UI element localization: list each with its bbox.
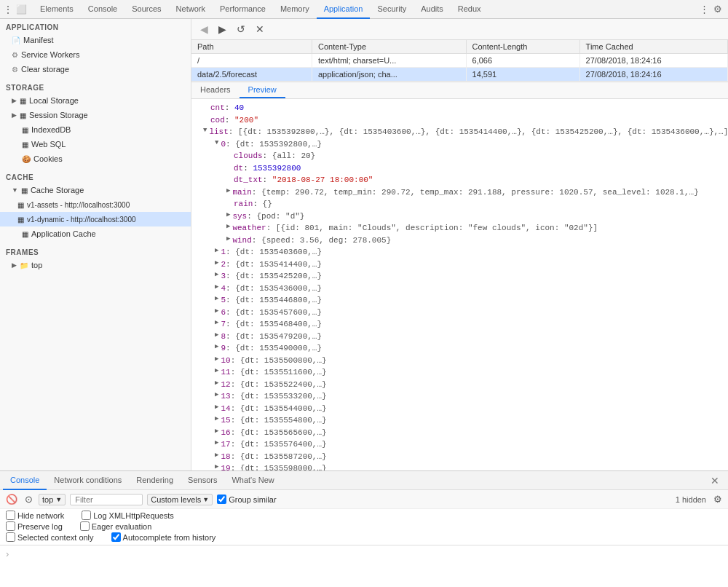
sidebar-item-clear-storage[interactable]: ⚙ Clear storage: [0, 62, 191, 76]
json-preview-line: clouds: {all: 20}: [197, 150, 722, 162]
hide-network-input[interactable]: [6, 511, 15, 520]
console-filter-input[interactable]: [70, 494, 143, 505]
json-preview-line: ▶15: {dt: 1535554800,…}: [197, 414, 722, 427]
tab-performance[interactable]: Performance: [213, 0, 273, 19]
selected-context-only-label: Selected context only: [17, 533, 94, 542]
preserve-log-label: Preserve log: [17, 522, 63, 531]
group-similar-label: Group similar: [229, 495, 276, 504]
devtools-menu-icon[interactable]: ⋮: [3, 4, 13, 15]
sidebar-item-web-sql[interactable]: ▦ Web SQL: [0, 137, 191, 151]
preserve-log-input[interactable]: [6, 521, 15, 531]
autocomplete-from-history-input[interactable]: [111, 532, 121, 542]
refresh-button[interactable]: ↺: [234, 22, 248, 36]
json-preview-line: ▼list: [{dt: 1535392800,…}, {dt: 1535403…: [197, 126, 722, 138]
devtools-undock-icon[interactable]: ⬜: [16, 4, 27, 15]
sidebar-item-cache-storage[interactable]: ▼ ▦ Cache Storage: [0, 183, 191, 197]
sidebar-item-frames-top[interactable]: ▶ 📁 top: [0, 258, 191, 272]
context-select[interactable]: top ▼: [39, 494, 66, 505]
application-cache-db-icon: ▦: [22, 230, 28, 238]
more-tabs-icon[interactable]: ⋮: [700, 4, 709, 15]
log-level-dropdown-icon: ▼: [202, 496, 209, 503]
col-content-type: Content-Type: [312, 40, 466, 54]
log-level-select[interactable]: Custom levels ▼: [147, 494, 213, 505]
tab-application[interactable]: Application: [317, 0, 371, 19]
json-preview[interactable]: cnt: 40cod: "200"▼list: [{dt: 1535392800…: [191, 99, 728, 470]
group-similar-input[interactable]: [217, 495, 226, 504]
cell-content-length: 6,066: [466, 54, 579, 68]
autocomplete-from-history-checkbox[interactable]: Autocomplete from history: [111, 532, 216, 542]
json-preview-line: cod: "200": [197, 114, 722, 127]
console-tab-console[interactable]: Console: [3, 471, 47, 490]
tab-security[interactable]: Security: [370, 0, 414, 19]
frames-top-folder-icon: 📁: [20, 261, 28, 269]
frames-top-expand-icon: ▶: [12, 261, 17, 269]
sidebar-section-frames: Frames: [0, 244, 191, 258]
web-sql-icon: ▦: [22, 141, 28, 149]
tab-redux[interactable]: Redux: [451, 0, 488, 19]
json-preview-line: dt: 1535392800: [197, 162, 722, 175]
sidebar-item-local-storage[interactable]: ▶ ▦ Local Storage: [0, 93, 191, 108]
selected-context-only-checkbox[interactable]: Selected context only: [6, 532, 94, 542]
console-tab-rendering[interactable]: Rendering: [129, 471, 181, 490]
tab-memory[interactable]: Memory: [273, 0, 317, 19]
local-storage-expand-icon: ▶: [12, 97, 17, 104]
cache-storage-db-icon: ▦: [21, 186, 28, 194]
preserve-log-checkbox[interactable]: Preserve log: [6, 521, 63, 531]
sidebar-item-application-cache-label: Application Cache: [31, 229, 96, 238]
v1-dynamic-icon: ▦: [17, 216, 24, 224]
forward-button[interactable]: ▶: [215, 22, 229, 36]
json-preview-line: ▶12: {dt: 1535522400,…}: [197, 379, 722, 391]
console-tabs-bar: Console Network conditions Rendering Sen…: [0, 471, 728, 490]
sidebar-item-application-cache[interactable]: ▦ Application Cache: [0, 226, 191, 241]
log-xmlhttprequests-input[interactable]: [82, 511, 91, 520]
console-tab-network-conditions[interactable]: Network conditions: [47, 471, 129, 490]
console-filter-button[interactable]: ⊙: [23, 492, 34, 506]
console-close-button[interactable]: ✕: [705, 475, 725, 486]
sidebar-item-indexeddb-label: IndexedDB: [31, 125, 71, 134]
eager-evaluation-checkbox[interactable]: Eager evaluation: [80, 521, 152, 531]
json-preview-line: ▶7: {dt: 1535468400,…}: [197, 318, 722, 331]
log-xmlhttprequests-checkbox[interactable]: Log XMLHttpRequests: [82, 511, 174, 520]
sidebar-item-v1-assets[interactable]: ▦ v1-assets - http://localhost:3000: [0, 197, 191, 212]
json-preview-line: ▶5: {dt: 1535446800,…}: [197, 294, 722, 307]
back-button[interactable]: ◀: [197, 22, 211, 36]
table-row[interactable]: / text/html; charset=U... 6,066 27/08/20…: [191, 54, 728, 68]
tab-elements[interactable]: Elements: [33, 0, 81, 19]
console-tab-sensors[interactable]: Sensors: [181, 471, 224, 490]
console-settings-icon[interactable]: ⚙: [712, 492, 724, 506]
selected-context-only-input[interactable]: [6, 532, 15, 542]
tab-headers[interactable]: Headers: [191, 82, 240, 98]
clear-storage-gear-icon: ⚙: [12, 66, 18, 74]
delete-button[interactable]: ✕: [253, 22, 267, 36]
session-storage-expand-icon: ▶: [12, 111, 17, 119]
tab-console[interactable]: Console: [81, 0, 124, 19]
group-similar-checkbox[interactable]: Group similar: [217, 495, 276, 504]
cell-content-type: application/json; cha...: [312, 68, 466, 82]
json-preview-line: ▶8: {dt: 1535479200,…}: [197, 331, 722, 343]
settings-icon[interactable]: ⚙: [713, 4, 722, 15]
sidebar-item-cookies[interactable]: 🍪 Cookies: [0, 151, 191, 166]
v1-assets-icon: ▦: [17, 201, 24, 209]
tab-audits[interactable]: Audits: [414, 0, 451, 19]
sidebar-item-manifest[interactable]: 📄 Manifest: [0, 33, 191, 47]
hide-network-checkbox[interactable]: Hide network: [6, 511, 64, 520]
console-options-rows: Hide network Log XMLHttpRequests Preserv…: [0, 509, 728, 543]
tab-network[interactable]: Network: [169, 0, 213, 19]
table-row[interactable]: data/2.5/forecast application/json; cha.…: [191, 68, 728, 82]
top-tabs-bar: ⋮ ⬜ Elements Console Sources Network Per…: [0, 0, 728, 19]
eager-evaluation-input[interactable]: [80, 521, 90, 531]
json-preview-line: ▶3: {dt: 1535425200,…}: [197, 270, 722, 283]
tab-sources[interactable]: Sources: [124, 0, 168, 19]
top-tabs-right-icons: ⋮ ⚙: [700, 4, 725, 15]
json-preview-line: ▶1: {dt: 1535403600,…}: [197, 246, 722, 259]
sidebar-item-indexeddb[interactable]: ▦ IndexedDB: [0, 122, 191, 137]
console-tab-whats-new[interactable]: What's New: [224, 471, 281, 490]
sidebar-item-v1-dynamic[interactable]: ▦ v1-dynamic - http://localhost:3000: [0, 212, 191, 226]
json-preview-line: ▶6: {dt: 1535457600,…}: [197, 307, 722, 319]
console-clear-button[interactable]: 🚫: [4, 492, 19, 506]
sidebar-item-session-storage[interactable]: ▶ ▦ Session Storage: [0, 108, 191, 122]
sidebar-item-service-workers[interactable]: ⚙ Service Workers: [0, 47, 191, 62]
tab-preview[interactable]: Preview: [240, 82, 285, 98]
indexeddb-icon: ▦: [22, 126, 28, 134]
cell-time-cached: 27/08/2018, 18:24:16: [579, 54, 727, 68]
